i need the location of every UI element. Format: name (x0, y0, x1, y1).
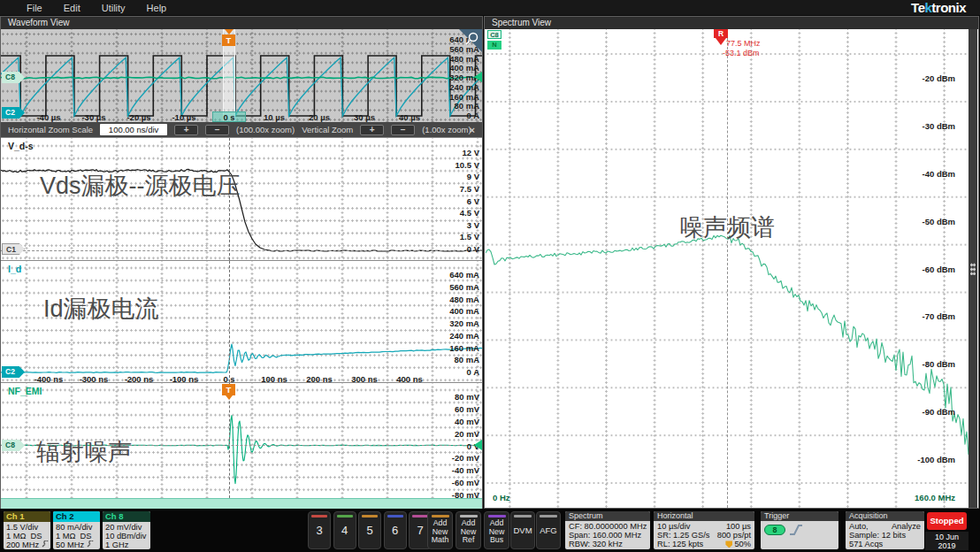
position-icon (725, 540, 732, 548)
overview-ytick: 0 A (467, 111, 479, 120)
vds-ytick: 6 V (467, 196, 479, 205)
center-frequency: CF: 80.0000000 MHz (569, 522, 647, 531)
overview-ytick: 160 mA (449, 91, 479, 101)
nf-ytick: 80 mV (455, 392, 479, 402)
id-section[interactable]: I_d Id漏极电流 640 mA 560 mA 480 mA 400 mA 3… (1, 260, 482, 382)
oscilloscope-app: File Edit Utility Help Tektronix Wavefor… (0, 0, 980, 552)
nf-ytick: -80 mV (452, 490, 479, 499)
vds-ytick: 9 V (467, 172, 479, 181)
vds-ytick: 1.5 V (460, 232, 479, 242)
vds-label: V_d-s (8, 141, 34, 151)
spectrum-plot[interactable]: R 77.5 MHz -53.1 dBm C8 N 噪声频谱 -20 dBm -… (486, 29, 969, 508)
id-ytick: 80 mA (454, 355, 479, 364)
id-xtick: 100 ns (261, 374, 287, 382)
timebase: 10 µs/div (657, 522, 690, 531)
zoom-overview-icon[interactable] (459, 29, 482, 52)
id-ytick: 240 mA (449, 330, 479, 340)
spectrum-ytick: -70 dBm (923, 311, 955, 321)
spectrum-view-title: Spectrum View (485, 17, 978, 29)
channel-3-button[interactable]: 3 (308, 511, 331, 549)
vds-section[interactable]: V_d-s Vds漏极--源极电压 12 V 10.5 V 9 V 7.5 V … (1, 137, 482, 260)
date: 10 Jun 2019 (925, 533, 969, 550)
ch8-scale: 20 mV/div (105, 523, 148, 532)
spectrum-ytick: -90 dBm (923, 407, 955, 417)
nf-ytick: 20 mV (455, 428, 479, 438)
rbw: RBW: 320 kHz (569, 540, 647, 548)
channel-badge-ch2[interactable]: Ch 2 80 mA/div 1 MΩ DS 50 MHz (53, 511, 100, 549)
id-xtick: -200 ns (125, 374, 154, 382)
id-ytick: 480 mA (449, 294, 479, 303)
ch2-coupling: 1 MΩ DS (56, 532, 97, 540)
center-frequency-line (727, 29, 728, 508)
nf-annotation: 辐射噪声 (36, 436, 132, 468)
reference-level-arrow[interactable] (474, 440, 482, 450)
channel-4-button[interactable]: 4 (333, 511, 356, 549)
nf-emi-section[interactable]: NF_EMI 辐射噪声 T 80 mV 60 mV 40 mV 20 mV 0 … (1, 382, 482, 498)
marker-frequency: 77.5 MHz (726, 39, 761, 48)
overview-xtick: 10 µs (264, 112, 285, 122)
nf-ytick: 60 mV (455, 403, 479, 413)
spectrum-annotation: 噪声频谱 (655, 211, 799, 243)
datetime-display: 10 Jun 2019 9:08:46 AM (925, 532, 969, 550)
menu-utility[interactable]: Utility (102, 3, 126, 13)
overview-xtick: -30 µs (81, 112, 105, 122)
v-zoom-label: Vertical Zoom (302, 125, 353, 134)
add-new-ref-button[interactable]: AddNewRef (456, 511, 481, 549)
v-zoom-minus-button[interactable]: − (391, 125, 415, 135)
overview-graticule[interactable]: T 640 mA 560 mA 480 mA 400 mA 320 mA 240… (1, 29, 482, 122)
channel-badge-ch8[interactable]: Ch 8 20 mV/div 10 dBm/div 1 GHz (103, 511, 150, 549)
v-zoom-plus-button[interactable]: + (360, 125, 384, 135)
trigger-marker-overview[interactable]: T (222, 34, 235, 46)
dvm-button[interactable]: DVM (510, 511, 535, 549)
id-ytick: 640 mA (449, 270, 479, 280)
channel-5-button[interactable]: 5 (358, 511, 381, 549)
drag-handle-icon (970, 263, 976, 275)
h-zoom-minus-button[interactable]: − (205, 125, 229, 135)
acquisition-settings-panel[interactable]: Acquisition Auto,Analyze Sample: 12 bits… (846, 511, 924, 549)
ch1-bandwidth: 200 MHz (6, 540, 39, 549)
record-length: RL: 125 kpts (657, 540, 703, 548)
id-ytick: 0 A (467, 367, 479, 377)
h-zoom-plus-button[interactable]: + (174, 125, 198, 135)
overview-traces (1, 29, 482, 122)
spectrum-settings-panel[interactable]: Spectrum CF: 80.0000000 MHz Span: 160.00… (565, 511, 650, 549)
zoom-scale-input[interactable]: 100.00 ns/div (100, 124, 167, 135)
overview-ytick: 240 mA (449, 81, 479, 91)
v-zoom-factor: (1.00x zoom) (422, 125, 471, 134)
trigger-marker-nf[interactable]: T (222, 384, 235, 395)
add-new-math-button[interactable]: AddNewMath (427, 511, 453, 549)
afg-button[interactable]: AFG (536, 511, 561, 549)
overview-xtick: 40 µs (399, 112, 420, 122)
spectrum-scrollbar[interactable] (969, 29, 977, 508)
add-new-bus-button[interactable]: AddNewBus (484, 511, 509, 549)
spectrum-ytick: -50 dBm (923, 217, 955, 226)
menu-bar: File Edit Utility Help Tektronix (0, 0, 980, 15)
acq-sample: Sample: 12 bits (849, 531, 921, 540)
run-stop-status-button[interactable]: Stopped (927, 512, 967, 530)
spectrum-ytick: -60 dBm (923, 264, 955, 274)
marker-amplitude: -53.1 dBm (723, 49, 760, 58)
acq-count: 571 Acqs (849, 540, 921, 548)
channel-badge-ch1[interactable]: Ch 1 1.5 V/div 1 MΩ DS 200 MHz (4, 511, 50, 549)
trigger-settings-panel[interactable]: Trigger 8 (761, 511, 838, 549)
channel-6-button[interactable]: 6 (384, 511, 407, 549)
spectrum-badge-c8[interactable]: C8 (487, 30, 501, 39)
menu-help[interactable]: Help (147, 3, 167, 13)
ch2-bandwidth: 50 MHz (56, 540, 84, 549)
position: 50% (734, 540, 751, 548)
trigger-source-badge[interactable]: 8 (764, 525, 785, 535)
freq-start-label: 0 Hz (493, 493, 510, 502)
menu-file[interactable]: File (27, 3, 42, 13)
selected-channel-strip (1, 498, 482, 509)
id-xtick: -100 ns (170, 374, 199, 382)
spectrum-badge-n[interactable]: N (487, 41, 501, 50)
reference-level-arrow[interactable] (474, 72, 482, 82)
overview-xtick: 30 µs (354, 112, 375, 122)
ch1-scale: 1.5 V/div (6, 523, 48, 532)
ch8-bandwidth: 1 GHz (105, 540, 148, 549)
spectrum-ytick: -40 dBm (923, 169, 955, 179)
horizontal-settings-panel[interactable]: Horizontal 10 µs/div100 µs SR: 1.25 GS/s… (654, 511, 754, 549)
zoom-close-icon[interactable]: × (470, 125, 475, 135)
overview-ytick: 480 mA (449, 53, 479, 63)
menu-edit[interactable]: Edit (64, 3, 80, 13)
